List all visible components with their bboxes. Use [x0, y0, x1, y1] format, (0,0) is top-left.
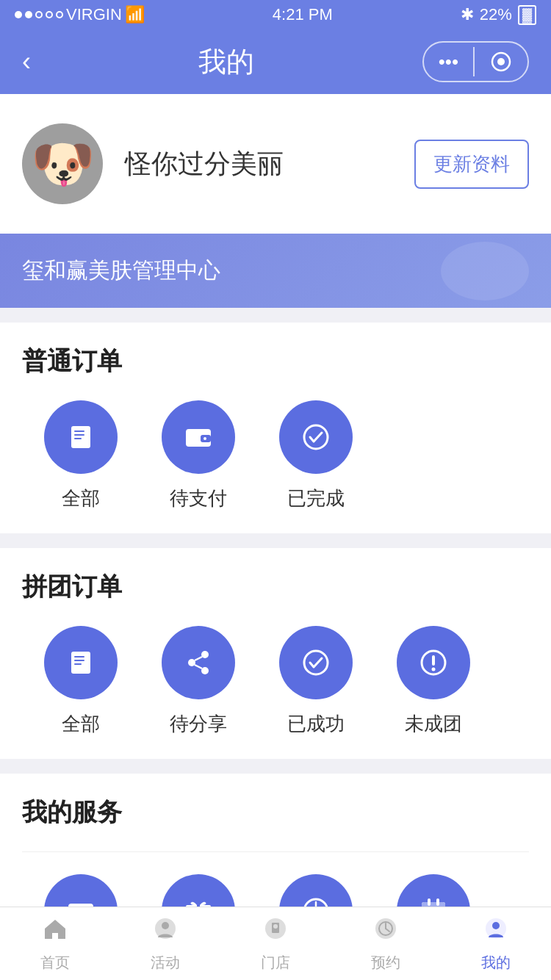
- bluetooth-icon: ✱: [461, 5, 474, 24]
- dot4: [46, 11, 53, 18]
- svg-rect-12: [74, 660, 84, 661]
- svg-rect-11: [74, 656, 84, 657]
- group-order-fail-icon: [397, 626, 470, 699]
- time-display: 4:21 PM: [273, 5, 333, 24]
- svg-point-14: [201, 651, 209, 658]
- header-actions: •••: [422, 41, 529, 82]
- svg-rect-21: [432, 655, 435, 666]
- nav-booking-label: 预约: [371, 953, 400, 973]
- my-services-title: 我的服务: [22, 796, 529, 829]
- svg-rect-4: [74, 434, 84, 436]
- group-orders-title: 拼团订单: [22, 570, 529, 604]
- back-button[interactable]: ‹: [22, 46, 31, 77]
- wallet-icon: [180, 419, 217, 455]
- battery-icon: ▓: [518, 5, 536, 25]
- nav-mine[interactable]: 我的: [441, 915, 551, 973]
- nav-store[interactable]: 门店: [220, 915, 331, 973]
- svg-point-40: [162, 922, 169, 929]
- nav-activity-label: 活动: [151, 953, 180, 973]
- svg-rect-34: [428, 898, 431, 906]
- checkmark2-icon: [298, 644, 334, 681]
- battery-level: 22%: [480, 5, 512, 24]
- more-button[interactable]: •••: [424, 43, 473, 81]
- scan-button[interactable]: [475, 43, 527, 81]
- group-order-share-icon: [162, 626, 235, 699]
- dot2: [25, 11, 32, 18]
- svg-rect-3: [74, 430, 84, 432]
- svg-point-16: [201, 667, 209, 674]
- carrier-label: VIRGIN: [66, 5, 122, 24]
- scan-icon: [489, 50, 513, 73]
- normal-order-all[interactable]: 全部: [22, 400, 140, 511]
- svg-point-22: [432, 668, 436, 671]
- activity-icon: [152, 915, 179, 948]
- normal-order-all-label: 全部: [62, 486, 100, 511]
- mine-icon: [483, 915, 509, 948]
- nav-store-label: 门店: [261, 953, 290, 973]
- svg-point-49: [492, 922, 500, 929]
- booking-icon: [372, 915, 399, 948]
- nav-home-label: 首页: [40, 953, 70, 973]
- store-icon: [262, 915, 289, 948]
- nav-activity[interactable]: 活动: [110, 915, 220, 973]
- nav-mine-label: 我的: [481, 953, 511, 973]
- store-name: 玺和赢美肤管理中心: [22, 258, 220, 282]
- wifi-icon: 📶: [125, 5, 145, 24]
- svg-point-15: [188, 659, 195, 666]
- normal-order-pending-label: 待支付: [170, 486, 227, 511]
- group-order-fail-label: 未成团: [405, 711, 462, 737]
- status-bar: VIRGIN 📶 4:21 PM ✱ 22% ▓: [0, 0, 551, 29]
- svg-point-8: [204, 437, 206, 440]
- update-profile-button[interactable]: 更新资料: [414, 140, 529, 189]
- nav-home[interactable]: 首页: [0, 915, 110, 973]
- svg-rect-13: [74, 663, 82, 665]
- normal-order-done-label: 已完成: [287, 486, 345, 511]
- header: ‹ 我的 •••: [0, 29, 551, 94]
- svg-rect-5: [74, 438, 82, 439]
- group-order-all-icon: [44, 626, 118, 699]
- status-right: ✱ 22% ▓: [461, 5, 536, 25]
- exclamation-icon: [415, 644, 452, 681]
- avatar: [22, 123, 103, 204]
- store-banner[interactable]: 玺和赢美肤管理中心: [0, 234, 551, 308]
- normal-order-all-icon: [44, 400, 118, 474]
- profile-left: 怪你过分美丽: [22, 123, 284, 204]
- group-orders-section: 拼团订单 全部: [0, 548, 551, 759]
- group-order-success-label: 已成功: [287, 711, 345, 737]
- group-order-all[interactable]: 全部: [22, 626, 140, 737]
- svg-line-17: [195, 657, 202, 660]
- svg-point-19: [304, 651, 328, 674]
- share-icon: [180, 644, 217, 681]
- svg-point-43: [273, 924, 278, 929]
- normal-order-pending-icon: [162, 400, 235, 474]
- group-order-share[interactable]: 待分享: [140, 626, 257, 737]
- normal-orders-title: 普通订单: [22, 345, 529, 378]
- group-order-fail[interactable]: 未成团: [375, 626, 492, 737]
- list-icon: [62, 419, 99, 455]
- dot3: [35, 11, 43, 18]
- normal-orders-icons: 全部 待支付 已完成: [22, 400, 529, 511]
- dot5: [56, 11, 63, 18]
- svg-rect-2: [71, 426, 90, 448]
- normal-orders-section: 普通订单 全部 待支付: [0, 323, 551, 533]
- group-order-success-icon: [279, 626, 353, 699]
- profile-name: 怪你过分美丽: [125, 146, 284, 182]
- normal-order-done-icon: [279, 400, 353, 474]
- home-icon: [42, 915, 68, 948]
- group-order-success[interactable]: 已成功: [257, 626, 375, 737]
- nav-booking[interactable]: 预约: [331, 915, 441, 973]
- signal-dots: [15, 11, 63, 18]
- normal-order-pending[interactable]: 待支付: [140, 400, 257, 511]
- svg-rect-10: [71, 652, 90, 674]
- group-order-all-label: 全部: [62, 711, 100, 737]
- normal-order-done[interactable]: 已完成: [257, 400, 375, 511]
- services-divider: [22, 851, 529, 852]
- page-title: 我的: [198, 43, 254, 81]
- status-left: VIRGIN 📶: [15, 5, 145, 24]
- profile-card: 怪你过分美丽 更新资料: [0, 94, 551, 234]
- svg-line-18: [195, 665, 202, 669]
- list2-icon: [62, 644, 99, 681]
- bottom-nav: 首页 活动 门店: [0, 907, 551, 980]
- checkmark-icon: [298, 419, 334, 455]
- group-orders-icons: 全部 待分享 已成功: [22, 626, 529, 737]
